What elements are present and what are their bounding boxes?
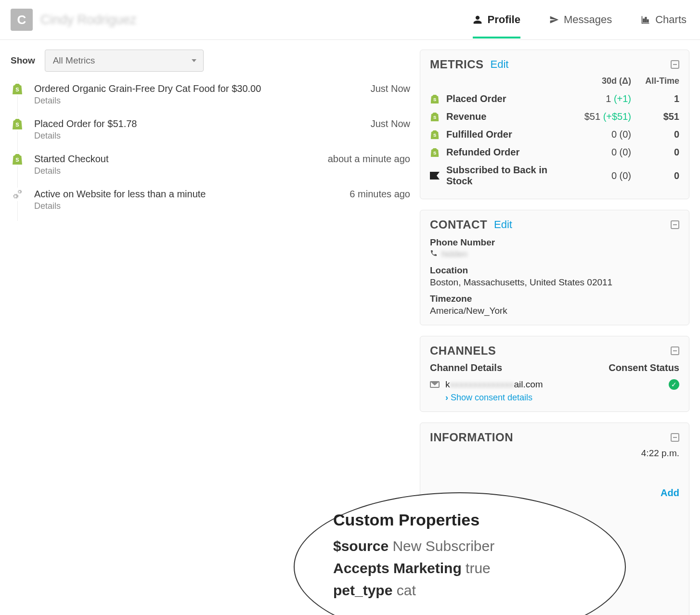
user-icon [473, 15, 482, 25]
profile-identity: C Cindy Rodriguez [11, 9, 137, 31]
metric-name: Fulfilled Order [446, 129, 569, 140]
shopify-icon [11, 153, 24, 166]
metric-name: Revenue [446, 111, 569, 122]
gears-icon [11, 188, 24, 201]
shopify-icon [11, 82, 24, 96]
custom-properties-callout: Custom Properties $source New Subscriber… [294, 492, 626, 615]
metrics-title: METRICS [430, 58, 484, 71]
metric-name: Refunded Order [446, 147, 569, 158]
timeline-title: Ordered Organic Grain-Free Dry Cat Food … [34, 83, 261, 94]
metric-row: Subscribed to Back in Stock0 (0)0 [430, 161, 679, 190]
consent-status-label: Consent Status [609, 362, 679, 373]
timeline-details-link[interactable]: Details [34, 166, 410, 176]
timeline-time: Just Now [371, 118, 410, 129]
channel-details-label: Channel Details [430, 362, 502, 373]
shopify-icon [430, 129, 441, 140]
timeline-title: Started Checkout [34, 154, 109, 165]
metric-all-time: 0 [631, 147, 679, 158]
flag-icon [430, 172, 441, 179]
metric-all-time: 0 [631, 129, 679, 140]
metric-row: Fulfilled Order0 (0)0 [430, 126, 679, 143]
metric-name: Placed Order [446, 93, 569, 104]
add-link[interactable]: Add [661, 487, 679, 499]
collapse-icon[interactable] [671, 433, 679, 442]
information-title: INFORMATION [430, 431, 513, 444]
phone-icon [430, 249, 438, 259]
callout-row: Accepts Marketing true [333, 560, 596, 577]
metric-row: Placed Order1 (+1)1 [430, 90, 679, 108]
tab-profile-label: Profile [487, 13, 520, 26]
timeline-item: Started Checkout about a minute ago Deta… [18, 151, 410, 186]
timeline-item: Ordered Organic Grain-Free Dry Cat Food … [18, 80, 410, 115]
timeline-item: Active on Website for less than a minute… [18, 186, 410, 221]
metric-30d: 0 (0) [569, 170, 631, 181]
metric-30d: $51 (+$51) [569, 111, 631, 122]
collapse-icon[interactable] [671, 60, 679, 69]
channels-card: CHANNELS Channel Details Consent Status … [420, 336, 689, 412]
metric-row: Refunded Order0 (0)0 [430, 143, 679, 161]
check-circle-icon: ✓ [669, 379, 679, 390]
contact-card: CONTACT Edit Phone Number hidden Locatio… [420, 210, 689, 325]
shopify-icon [430, 147, 441, 158]
tab-charts[interactable]: Charts [641, 13, 687, 26]
timeline-time: 6 minutes ago [350, 189, 410, 200]
contact-title: CONTACT [430, 218, 487, 231]
location-value: Boston, Massachusetts, United States 020… [430, 277, 679, 288]
metric-30d: 1 (+1) [569, 93, 631, 104]
metrics-card: METRICS Edit 30d (Δ) All-Time Placed Ord… [420, 50, 689, 199]
metrics-filter: Show All Metrics [11, 50, 410, 72]
envelope-icon [430, 381, 440, 388]
timezone-value: America/New_York [430, 306, 679, 316]
svg-rect-0 [643, 19, 645, 22]
customer-name: Cindy Rodriguez [40, 13, 137, 27]
location-label: Location [430, 265, 679, 276]
metrics-edit-link[interactable]: Edit [491, 58, 509, 71]
timeline-item: Placed Order for $51.78 Just Now Details [18, 115, 410, 151]
metric-30d: 0 (0) [569, 147, 631, 158]
collapse-icon[interactable] [671, 220, 679, 229]
metric-name: Subscribed to Back in Stock [446, 165, 569, 187]
email-value: kxxxxxxxxxxxxxxail.com [445, 379, 543, 390]
bar-chart-icon [641, 15, 650, 25]
contact-edit-link[interactable]: Edit [494, 218, 512, 231]
top-nav: C Cindy Rodriguez Profile Messages Chart… [0, 0, 700, 40]
channel-row-email: kxxxxxxxxxxxxxxail.com ✓ [430, 379, 679, 390]
tab-charts-label: Charts [655, 13, 687, 26]
callout-title: Custom Properties [333, 511, 596, 529]
metric-all-time: 0 [631, 170, 679, 181]
nav-tabs: Profile Messages Charts [473, 13, 687, 26]
phone-label: Phone Number [430, 237, 679, 248]
shopify-icon [430, 112, 441, 122]
timeline-details-link[interactable]: Details [34, 201, 410, 211]
tab-messages-label: Messages [564, 13, 612, 26]
info-time: 4:22 p.m. [430, 448, 679, 459]
tab-profile[interactable]: Profile [473, 13, 520, 38]
callout-row: $source New Subscriber [333, 538, 596, 554]
timezone-label: Timezone [430, 294, 679, 304]
timeline-title: Active on Website for less than a minute [34, 189, 206, 200]
avatar: C [11, 9, 33, 31]
phone-value: hidden [441, 249, 467, 259]
tab-messages[interactable]: Messages [549, 13, 612, 26]
channels-title: CHANNELS [430, 344, 496, 358]
timeline-time: about a minute ago [328, 154, 410, 165]
collapse-icon[interactable] [671, 346, 679, 355]
svg-rect-1 [645, 17, 647, 22]
paper-plane-icon [549, 15, 559, 25]
metric-row: Revenue$51 (+$51)$51 [430, 108, 679, 126]
col-all-time: All-Time [631, 76, 679, 86]
show-label: Show [11, 55, 35, 66]
timeline-details-link[interactable]: Details [34, 131, 410, 141]
timeline-details-link[interactable]: Details [34, 96, 410, 106]
shopify-icon [11, 117, 24, 131]
timeline-time: Just Now [371, 83, 410, 94]
metric-all-time: $51 [631, 111, 679, 122]
activity-timeline: Ordered Organic Grain-Free Dry Cat Food … [17, 80, 410, 221]
metrics-select[interactable]: All Metrics [45, 50, 204, 72]
metric-30d: 0 (0) [569, 129, 631, 140]
callout-row: pet_type cat [333, 582, 596, 599]
col-30d: 30d (Δ) [569, 76, 631, 86]
svg-rect-2 [648, 20, 649, 22]
show-consent-link[interactable]: › Show consent details [445, 393, 679, 403]
timeline-title: Placed Order for $51.78 [34, 118, 137, 129]
